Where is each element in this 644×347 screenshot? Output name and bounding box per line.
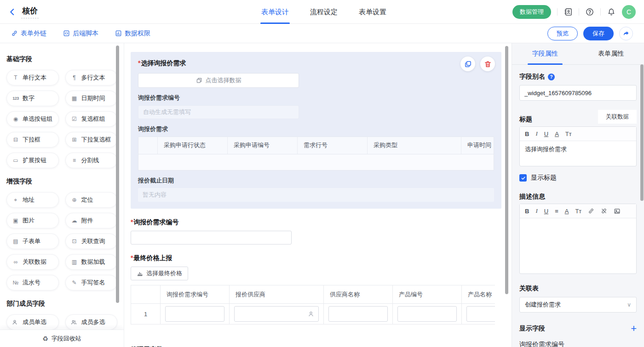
field-pill-extend-button[interactable]: ▭扩展按钮 — [6, 153, 59, 168]
title-editor-toolbar: B I U A Tт — [520, 127, 636, 141]
add-display-field-button[interactable]: + — [631, 325, 637, 332]
table-header-cell: 询报价需求编号 — [161, 285, 230, 304]
form-external-link[interactable]: 表单外链 — [11, 29, 46, 38]
tab-flow-setting[interactable]: 流程设定 — [310, 0, 338, 24]
field-pill-linked-query[interactable]: ⊡关联查询 — [65, 233, 118, 249]
duplicate-widget-button[interactable] — [460, 57, 475, 71]
field-pill-member-single[interactable]: 成员单选 — [6, 314, 59, 330]
select-data-button[interactable]: 点击选择数据 — [138, 73, 299, 88]
widget-type-tag[interactable]: 关联数据 — [598, 110, 637, 124]
demand-code-cell-input[interactable] — [165, 306, 224, 322]
field-pill-address[interactable]: ⌖地址 — [6, 192, 59, 208]
field-pill-image[interactable]: ▣图片 — [6, 213, 59, 228]
subfield-label-deadline: 报价截止日期 — [138, 176, 494, 185]
copy-icon — [464, 60, 472, 68]
description-editor-toolbar: B I U ≡ A Tт — [520, 204, 636, 218]
field-pill-geolocation[interactable]: ⊕定位 — [65, 192, 118, 208]
font-color-button[interactable]: A — [565, 208, 569, 215]
description-editor-content[interactable] — [520, 218, 636, 273]
field-pill-attachment[interactable]: ☁附件 — [65, 213, 118, 228]
field-pill-subform[interactable]: ▤子表单 — [6, 233, 59, 249]
panel-scrollbar[interactable] — [640, 64, 644, 201]
page-title[interactable]: 核价 — [21, 6, 39, 18]
field-pill-radio-group[interactable]: ◉单选按钮组 — [6, 111, 59, 127]
demand-code-input[interactable] — [131, 231, 292, 245]
font-size-button[interactable]: Tт — [575, 208, 581, 215]
field-pill-multi-dropdown[interactable]: ⊞下拉复选框 — [65, 132, 118, 148]
recycle-icon: ♻ — [42, 335, 48, 342]
unlink-icon[interactable] — [601, 208, 607, 214]
form-canvas[interactable]: *选择询报价需求 点击选择数据 询报价需求编号 自动生成无需填写 询报价需求 采… — [124, 43, 512, 347]
field-pill-divider[interactable]: ≡分割线 — [65, 153, 118, 168]
table-header-cell — [138, 137, 158, 154]
align-button[interactable]: ≡ — [555, 208, 558, 215]
field-pill-linked-data[interactable]: ∞关联数据 — [6, 254, 59, 270]
field-pill-checkbox-group[interactable]: ☑复选框组 — [65, 111, 118, 127]
bold-button[interactable]: B — [525, 208, 529, 215]
font-size-button[interactable]: Tт — [565, 131, 572, 137]
display-fields-label: 显示字段 — [519, 324, 545, 333]
italic-button[interactable]: I — [535, 130, 537, 137]
field-pill-datetime[interactable]: ▦日期时间 — [65, 91, 118, 106]
supplier-name-cell-input[interactable] — [328, 306, 388, 322]
preview-button[interactable]: 预览 — [547, 27, 578, 40]
field-pill-signature[interactable]: ✎手写签名 — [65, 275, 118, 290]
tab-form-setting[interactable]: 表单设置 — [359, 0, 386, 24]
font-color-button[interactable]: A — [555, 131, 559, 137]
table-header-cell: 申请时间 — [461, 137, 494, 154]
subform-icon: ▤ — [12, 238, 20, 245]
calendar-icon: ▦ — [70, 95, 79, 102]
link-icon[interactable] — [588, 208, 594, 214]
tab-form-properties[interactable]: 表单属性 — [578, 43, 644, 64]
widget-demand-code[interactable]: *询报价需求编号 — [131, 218, 512, 245]
selected-widget-linked-data[interactable]: *选择询报价需求 点击选择数据 询报价需求编号 自动生成无需填写 询报价需求 采… — [131, 52, 501, 209]
trash-icon — [484, 60, 492, 68]
alias-help-icon[interactable]: ? — [548, 74, 555, 80]
tab-field-properties[interactable]: 字段属性 — [512, 43, 578, 64]
field-pill-data-load[interactable]: ▥数据加载 — [65, 254, 118, 270]
field-pill-member-multi[interactable]: 成员多选 — [65, 314, 118, 330]
data-manage-button[interactable]: 数据管理 — [512, 5, 551, 19]
extend-button-icon: ▭ — [12, 157, 20, 164]
widget-final-price[interactable]: *最终价格上报 选择最终价格 询报价需求编号 报价供应商 供应商名称 产品编号 … — [131, 254, 512, 324]
data-permission-link[interactable]: 数据权限 — [115, 29, 150, 38]
user-avatar[interactable]: C — [622, 5, 636, 19]
related-table-select[interactable]: 创建报价需求 ∨ — [519, 297, 637, 313]
product-code-cell-input[interactable] — [397, 306, 457, 322]
bold-button[interactable]: B — [525, 131, 529, 137]
select-final-price-button[interactable]: 选择最终价格 — [131, 267, 188, 280]
italic-button[interactable]: I — [535, 207, 537, 215]
field-pill-dropdown[interactable]: ⊟下拉框 — [6, 132, 59, 148]
canvas-scrollbar[interactable] — [505, 46, 508, 294]
underline-button[interactable]: U — [544, 131, 548, 137]
supplier-cell-input[interactable] — [234, 306, 319, 322]
person-icon — [307, 310, 315, 318]
field-pill-serial-number[interactable]: №流水号 — [6, 275, 59, 290]
delete-widget-button[interactable] — [480, 57, 495, 71]
bar-chart-icon — [137, 270, 143, 277]
contacts-book-icon[interactable] — [564, 7, 573, 17]
share-button[interactable] — [619, 27, 633, 40]
field-pill-multi-line-text[interactable]: ¶多行文本 — [65, 70, 118, 85]
field-pill-number[interactable]: 123数字 — [6, 91, 59, 106]
tab-form-design[interactable]: 表单设计 — [261, 0, 289, 24]
location-pin-icon: ⌖ — [12, 197, 20, 203]
image-icon[interactable] — [614, 208, 621, 215]
display-field-item[interactable]: 询报价需求编号 — [519, 341, 637, 347]
product-name-cell-input[interactable] — [466, 306, 495, 322]
underline-button[interactable]: U — [544, 208, 548, 215]
help-icon[interactable] — [585, 7, 594, 17]
sidebar-scrollbar[interactable] — [116, 46, 119, 303]
show-title-checkbox[interactable] — [519, 174, 527, 182]
backend-script-link[interactable]: 后端脚本 — [63, 29, 98, 38]
field-pill-single-line-text[interactable]: T单行文本 — [6, 70, 59, 85]
save-button[interactable]: 保存 — [583, 27, 614, 40]
code-readonly-input[interactable]: 自动生成无需填写 — [138, 105, 299, 119]
link-icon — [11, 30, 18, 37]
notification-bell-icon[interactable] — [607, 7, 616, 17]
field-recycle-bin[interactable]: ♻ 字段回收站 — [0, 330, 124, 347]
description-label: 描述信息 — [519, 193, 637, 201]
title-editor-content[interactable]: 选择询报价需求 — [520, 141, 636, 166]
back-button[interactable] — [8, 8, 17, 16]
field-alias-input[interactable] — [519, 85, 637, 101]
